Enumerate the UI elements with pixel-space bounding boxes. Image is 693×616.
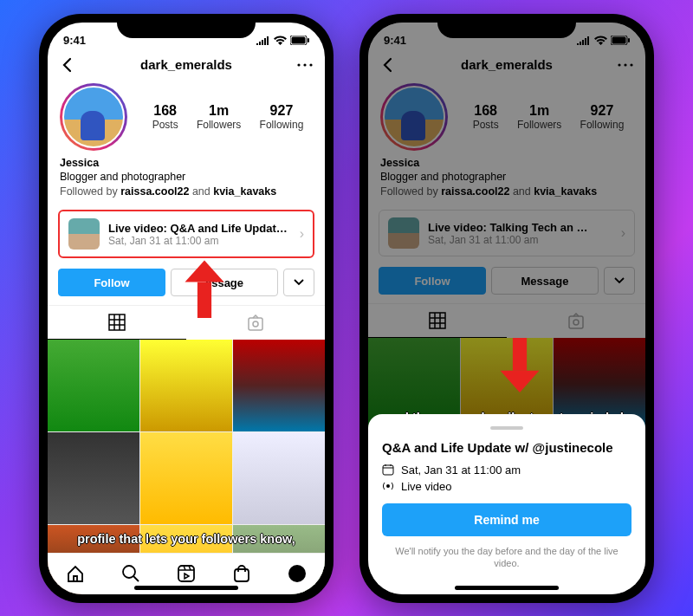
svg-point-21 — [386, 484, 390, 488]
annotation-arrow-down — [501, 338, 540, 400]
home-indicator[interactable] — [455, 586, 559, 590]
profile-username: dark_emeralds — [140, 57, 232, 72]
stat-followers[interactable]: 1mFollowers — [197, 103, 241, 131]
svg-rect-1 — [292, 37, 306, 44]
nav-search-icon[interactable] — [121, 564, 140, 583]
suggested-button[interactable] — [283, 269, 314, 296]
status-time: 9:41 — [63, 34, 86, 47]
sheet-grabber[interactable] — [490, 426, 523, 430]
sheet-title: Q&A and Life Update w/ @justinecole — [382, 440, 631, 455]
more-icon[interactable] — [297, 63, 313, 67]
post-cell[interactable] — [233, 432, 325, 524]
remind-me-button[interactable]: Remind me — [382, 503, 631, 536]
scheduled-live-card[interactable]: Live video: Q&A and Life Updat… Sat, Jan… — [58, 210, 314, 258]
svg-point-3 — [297, 63, 300, 66]
stat-following[interactable]: 927Following — [260, 103, 304, 131]
svg-point-7 — [253, 321, 258, 327]
video-caption: profile that lets your followers know, — [48, 532, 325, 546]
svg-rect-10 — [235, 569, 249, 581]
tab-grid[interactable] — [48, 306, 186, 340]
stat-posts[interactable]: 168Posts — [152, 103, 178, 131]
svg-rect-6 — [249, 318, 262, 330]
sheet-type-row: Live video — [382, 480, 631, 493]
live-thumb — [68, 218, 100, 250]
home-indicator[interactable] — [134, 586, 238, 590]
bio-name: Jessica — [60, 156, 313, 171]
post-cell[interactable] — [48, 432, 139, 524]
sheet-note: We'll notify you the day before and the … — [382, 545, 631, 570]
nav-reels-icon[interactable] — [177, 564, 196, 583]
post-cell[interactable] — [233, 340, 325, 431]
nav-home-icon[interactable] — [66, 564, 85, 583]
chevron-right-icon: › — [300, 226, 304, 242]
svg-point-4 — [303, 63, 306, 66]
nav-profile-icon[interactable] — [288, 564, 307, 583]
status-icons — [256, 36, 309, 45]
reminder-sheet: Q&A and Life Update w/ @justinecole Sat,… — [368, 414, 645, 594]
calendar-icon — [382, 464, 394, 476]
svg-point-8 — [123, 566, 135, 578]
svg-rect-2 — [308, 38, 309, 42]
svg-point-5 — [309, 63, 312, 66]
svg-point-11 — [288, 565, 306, 582]
back-icon[interactable] — [60, 57, 75, 73]
post-cell[interactable] — [48, 340, 139, 431]
follow-button[interactable]: Follow — [58, 269, 165, 296]
nav-shop-icon[interactable] — [232, 564, 251, 583]
bio-followed-by: Followed by raissa.cool22 and kvia_kavak… — [60, 185, 313, 199]
live-title: Live video: Q&A and Life Updat… — [108, 222, 291, 235]
svg-rect-20 — [383, 465, 393, 475]
live-icon — [382, 480, 394, 492]
post-cell[interactable] — [140, 432, 232, 524]
svg-rect-9 — [178, 566, 194, 581]
annotation-arrow-up — [185, 279, 224, 341]
post-cell[interactable] — [140, 340, 232, 431]
bio-line: Blogger and photographer — [60, 170, 313, 185]
live-date: Sat, Jan 31 at 11:00 am — [108, 235, 291, 247]
avatar[interactable] — [60, 83, 127, 151]
sheet-date-row: Sat, Jan 31 at 11:00 am — [382, 464, 631, 477]
